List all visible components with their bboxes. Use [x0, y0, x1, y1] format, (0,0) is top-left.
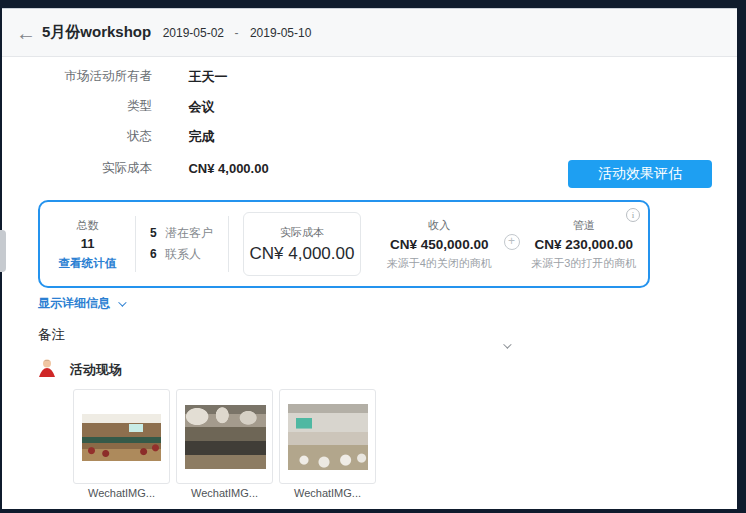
field-row-owner: 市场活动所有者 王天一	[20, 67, 227, 85]
expand-plus-icon[interactable]: +	[504, 234, 520, 250]
gallery-title: 活动现场	[70, 361, 122, 379]
field-value: 王天一	[188, 68, 227, 86]
back-arrow-icon: ←	[16, 22, 36, 44]
date-start: 2019-05-02	[163, 26, 224, 40]
stat-total-label: 总数	[40, 218, 135, 233]
actual-cost-value: CN¥ 4,000.00	[250, 244, 355, 264]
show-details-link[interactable]: 显示详细信息	[38, 295, 124, 312]
member-row-leads: 5 潜在客户	[150, 225, 228, 242]
photo-thumbnail	[288, 404, 368, 470]
panel-divider	[228, 216, 229, 272]
contacts-label: 联系人	[165, 247, 201, 261]
leads-count: 5	[150, 226, 157, 240]
contacts-count: 6	[150, 247, 157, 261]
chevron-down-icon	[118, 298, 126, 306]
leads-label: 潜在客户	[165, 226, 213, 240]
field-row-actual-cost: 实际成本 CN¥ 4,000.00	[20, 159, 269, 177]
revenue-label: 收入	[375, 218, 504, 233]
actual-cost-label: 实际成本	[280, 225, 324, 240]
revenue-note: 来源于4的关闭的商机	[375, 256, 504, 271]
photo-thumbnail	[185, 405, 266, 469]
pipeline-value: CN¥ 230,000.00	[520, 237, 649, 252]
notes-collapse-button[interactable]	[498, 337, 514, 349]
title-row: 5月份workshop 2019-05-02 - 2019-05-10	[42, 23, 311, 42]
photo-caption: WechatIMG...	[279, 487, 376, 499]
field-value: CN¥ 4,000.00	[188, 161, 268, 176]
revenue-stat: 收入 CN¥ 450,000.00 来源于4的关闭的商机	[375, 218, 504, 271]
member-row-contacts: 6 联系人	[150, 246, 228, 263]
field-label: 实际成本	[20, 160, 152, 177]
campaign-stats-panel: 总数 11 查看统计值 5 潜在客户 6 联系人 实际成本 CN¥ 4,000.…	[38, 200, 650, 288]
show-details-label: 显示详细信息	[38, 296, 110, 310]
user-avatar	[36, 357, 58, 379]
page-header: ← 5月份workshop 2019-05-02 - 2019-05-10	[2, 9, 737, 57]
info-icon[interactable]: i	[626, 208, 640, 222]
field-value: 完成	[188, 128, 214, 146]
date-separator: -	[234, 26, 238, 40]
field-row-type: 类型 会议	[20, 97, 214, 115]
drawer-handle[interactable]	[0, 230, 6, 272]
stat-members: 5 潜在客户 6 联系人	[136, 221, 228, 267]
evaluate-campaign-button[interactable]: 活动效果评估	[568, 160, 712, 188]
field-label: 状态	[20, 128, 152, 145]
app-frame: ← 5月份workshop 2019-05-02 - 2019-05-10 市场…	[0, 0, 746, 513]
photo-caption: WechatIMG...	[73, 487, 170, 499]
back-button[interactable]: ←	[12, 19, 40, 47]
stat-total-value: 11	[40, 236, 135, 251]
date-end: 2019-05-10	[250, 26, 311, 40]
field-row-status: 状态 完成	[20, 127, 214, 145]
photo-caption: WechatIMG...	[176, 487, 273, 499]
actual-cost-card: 实际成本 CN¥ 4,000.00	[243, 212, 361, 276]
view-statistics-link[interactable]: 查看统计值	[59, 256, 117, 271]
chevron-down-icon	[503, 340, 511, 348]
page-title: 5月份workshop	[42, 23, 151, 40]
stat-total: 总数 11 查看统计值	[40, 218, 135, 271]
notes-section-title: 备注	[38, 326, 65, 344]
pipeline-note: 来源于3的打开的商机	[520, 256, 649, 271]
photo-card[interactable]	[279, 389, 376, 484]
field-label: 市场活动所有者	[20, 68, 152, 85]
photo-thumbnail	[82, 414, 161, 461]
photo-card[interactable]	[176, 389, 273, 484]
pipeline-stat: 管道 CN¥ 230,000.00 来源于3的打开的商机	[520, 218, 649, 271]
revenue-value: CN¥ 450,000.00	[375, 237, 504, 252]
photo-card[interactable]	[73, 389, 170, 484]
campaign-detail-window: ← 5月份workshop 2019-05-02 - 2019-05-10 市场…	[2, 8, 737, 509]
field-label: 类型	[20, 98, 152, 115]
field-value: 会议	[188, 98, 214, 116]
